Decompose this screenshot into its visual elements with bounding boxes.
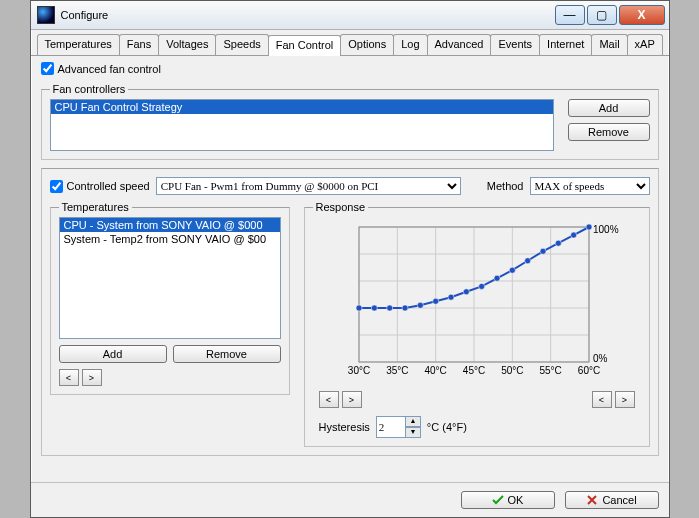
temp-right-arrow[interactable]: > — [82, 369, 102, 386]
svg-text:100%: 100% — [593, 224, 619, 235]
svg-text:30°C: 30°C — [347, 365, 369, 376]
controlled-speed-select[interactable]: CPU Fan - Pwm1 from Dummy @ $0000 on PCI — [156, 177, 461, 195]
cancel-button[interactable]: Cancel — [565, 491, 659, 509]
svg-text:50°C: 50°C — [501, 365, 523, 376]
tab-fan-control[interactable]: Fan Control — [268, 35, 341, 56]
svg-point-25 — [524, 258, 530, 264]
minimize-button[interactable]: — — [555, 5, 585, 25]
temp-arrows: < > — [59, 369, 102, 386]
method-select[interactable]: MAX of speeds — [530, 177, 650, 195]
temp-left-arrow[interactable]: < — [59, 369, 79, 386]
tab-temperatures[interactable]: Temperatures — [37, 34, 120, 55]
tab-options[interactable]: Options — [340, 34, 394, 55]
tab-log[interactable]: Log — [393, 34, 427, 55]
controller-add-button[interactable]: Add — [568, 99, 650, 117]
temperature-item[interactable]: System - Temp2 from SONY VAIO @ $00 — [60, 232, 280, 246]
temp-remove-button[interactable]: Remove — [173, 345, 281, 363]
svg-text:55°C: 55°C — [539, 365, 561, 376]
tab-internet[interactable]: Internet — [539, 34, 592, 55]
fan-controllers-list[interactable]: CPU Fan Control Strategy — [50, 99, 554, 151]
method-label: Method — [487, 180, 524, 192]
tab-events[interactable]: Events — [490, 34, 540, 55]
spin-up-icon[interactable]: ▲ — [405, 416, 421, 427]
controlled-speed-label: Controlled speed — [67, 180, 150, 192]
svg-point-16 — [386, 305, 392, 311]
ok-button[interactable]: OK — [461, 491, 555, 509]
svg-point-19 — [432, 298, 438, 304]
chart-right-max-arrow[interactable]: > — [615, 391, 635, 408]
controller-item[interactable]: CPU Fan Control Strategy — [51, 100, 553, 114]
svg-point-27 — [555, 240, 561, 246]
temperatures-list[interactable]: CPU - System from SONY VAIO @ $000System… — [59, 217, 281, 339]
svg-point-23 — [494, 275, 500, 281]
maximize-button[interactable]: ▢ — [587, 5, 617, 25]
svg-text:45°C: 45°C — [462, 365, 484, 376]
temp-add-button[interactable]: Add — [59, 345, 167, 363]
response-group: Response 30°C35°C40°C45°C50°C55°C60°C100… — [304, 201, 650, 447]
svg-point-20 — [448, 294, 454, 300]
temperatures-legend: Temperatures — [59, 201, 132, 213]
chart-left-max-arrow[interactable]: < — [592, 391, 612, 408]
close-button[interactable]: X — [619, 5, 665, 25]
spin-down-icon[interactable]: ▼ — [405, 427, 421, 438]
controller-remove-button[interactable]: Remove — [568, 123, 650, 141]
svg-text:60°C: 60°C — [577, 365, 599, 376]
svg-point-24 — [509, 267, 515, 273]
response-chart[interactable]: 30°C35°C40°C45°C50°C55°C60°C100%0% — [319, 217, 629, 387]
svg-point-17 — [402, 305, 408, 311]
svg-point-21 — [463, 289, 469, 295]
window-title: Configure — [61, 9, 553, 21]
svg-point-15 — [371, 305, 377, 311]
svg-point-28 — [570, 232, 576, 238]
x-icon — [586, 494, 598, 506]
svg-point-22 — [478, 283, 484, 289]
dialog-footer: OK Cancel — [31, 482, 669, 517]
advanced-fan-control-checkbox[interactable]: Advanced fan control — [41, 62, 161, 75]
tab-mail[interactable]: Mail — [591, 34, 627, 55]
svg-point-14 — [356, 305, 362, 311]
chart-right-min-arrow[interactable]: > — [342, 391, 362, 408]
svg-text:40°C: 40°C — [424, 365, 446, 376]
fan-controllers-legend: Fan controllers — [50, 83, 129, 95]
hysteresis-unit: °C (4°F) — [427, 421, 467, 433]
hysteresis-spinner[interactable]: ▲▼ — [376, 416, 421, 438]
check-icon — [492, 494, 504, 506]
chart-left-min-arrow[interactable]: < — [319, 391, 339, 408]
advanced-fan-control-label: Advanced fan control — [58, 63, 161, 75]
tab-speeds[interactable]: Speeds — [215, 34, 268, 55]
svg-point-18 — [417, 302, 423, 308]
temperature-item[interactable]: CPU - System from SONY VAIO @ $000 — [60, 218, 280, 232]
tab-fans[interactable]: Fans — [119, 34, 159, 55]
svg-text:0%: 0% — [593, 353, 608, 364]
svg-text:35°C: 35°C — [386, 365, 408, 376]
tab-voltages[interactable]: Voltages — [158, 34, 216, 55]
tab-strip: TemperaturesFansVoltagesSpeedsFan Contro… — [31, 30, 669, 56]
temperatures-group: Temperatures CPU - System from SONY VAIO… — [50, 201, 290, 395]
fan-controllers-group: Fan controllers CPU Fan Control Strategy… — [41, 83, 659, 160]
hysteresis-label: Hysteresis — [319, 421, 370, 433]
response-legend: Response — [313, 201, 369, 213]
tab-advanced[interactable]: Advanced — [427, 34, 492, 55]
svg-point-26 — [540, 248, 546, 254]
controlled-speed-checkbox[interactable]: Controlled speed — [50, 180, 150, 193]
configure-window: Configure — ▢ X TemperaturesFansVoltages… — [30, 0, 670, 518]
titlebar: Configure — ▢ X — [31, 1, 669, 30]
tab-xap[interactable]: xAP — [627, 34, 663, 55]
svg-point-29 — [586, 224, 592, 230]
app-icon — [37, 6, 55, 24]
